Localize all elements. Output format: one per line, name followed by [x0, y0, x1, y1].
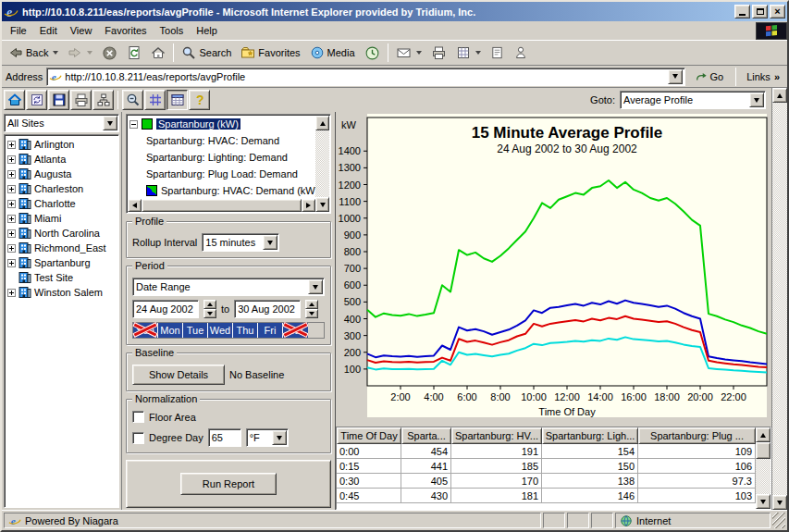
menu-favorites[interactable]: Favorites	[98, 23, 153, 38]
end-date-input[interactable]: 30 Aug 2002	[234, 300, 301, 318]
history-button[interactable]	[360, 42, 385, 64]
period-type-select[interactable]: Date Range	[132, 278, 325, 296]
tree-item-atlanta[interactable]: Atlanta	[5, 152, 118, 167]
tree-expander-icon[interactable]	[7, 259, 16, 267]
favorites-button[interactable]: Favorites	[236, 42, 304, 64]
day-toggle-sun[interactable]: Sun	[133, 323, 158, 338]
menu-file[interactable]: File	[4, 23, 33, 38]
day-toggle-tue[interactable]: Tue	[183, 323, 208, 338]
start-date-spinner[interactable]	[203, 300, 216, 318]
resize-grip[interactable]	[772, 513, 785, 528]
table-row[interactable]: 0:3040517013897.3	[337, 474, 756, 489]
series-list-vscrollbar[interactable]	[315, 116, 329, 212]
series-list-item[interactable]: Spartanburg: Lighting: Demand	[128, 149, 315, 166]
help-button[interactable]: ?	[189, 90, 210, 110]
degree-day-value-input[interactable]: 65	[208, 428, 241, 447]
zoom-out-button[interactable]	[122, 90, 143, 110]
stop-button[interactable]	[97, 42, 122, 64]
address-input[interactable]: e http://10.10.8.211/eas/reports/avgProf…	[46, 68, 684, 86]
day-toggle-mon[interactable]: Mon	[158, 323, 183, 338]
app-home-button[interactable]	[4, 90, 25, 110]
refresh-button[interactable]	[122, 42, 146, 64]
grid-toggle-button[interactable]	[144, 90, 166, 110]
back-dropdown-caret[interactable]	[53, 51, 58, 55]
series-list-item[interactable]: Spartanburg: HVAC: Demand (kW)	[128, 182, 315, 199]
site-tree-button[interactable]	[92, 90, 114, 110]
day-toggle-wed[interactable]: Wed	[208, 323, 233, 338]
tree-expander-icon[interactable]	[7, 200, 16, 208]
mail-dropdown-caret[interactable]	[416, 51, 422, 55]
edit-dropdown-caret[interactable]	[475, 51, 481, 55]
period-type-dropdown-button[interactable]	[308, 279, 323, 294]
go-button[interactable]: Go	[689, 67, 730, 87]
menu-help[interactable]: Help	[190, 23, 224, 38]
day-toggle-sat[interactable]: Sat	[283, 323, 308, 338]
rollup-interval-select[interactable]: 15 minutes	[202, 233, 279, 252]
mail-button[interactable]	[391, 42, 426, 64]
table-column-header[interactable]: Sparta...	[401, 427, 451, 444]
floor-area-checkbox[interactable]	[132, 411, 144, 423]
app-save-button[interactable]	[48, 90, 69, 110]
degree-unit-select[interactable]: °F	[246, 428, 289, 447]
start-date-input[interactable]: 24 Aug 2002	[132, 300, 199, 318]
table-row[interactable]: 0:45430181146103	[337, 489, 756, 503]
tree-item-richmond-east[interactable]: Richmond_East	[5, 241, 118, 255]
page-vscrollbar[interactable]	[771, 88, 787, 510]
discuss-button[interactable]	[486, 42, 509, 64]
tree-expander-icon[interactable]	[7, 215, 16, 223]
maximize-button[interactable]	[752, 5, 768, 19]
minimize-button[interactable]	[734, 5, 750, 19]
day-toggle-thu[interactable]: Thu	[233, 323, 258, 338]
degree-day-checkbox[interactable]	[132, 432, 144, 444]
tree-expander-icon[interactable]	[7, 289, 16, 297]
table-row[interactable]: 0:00454191154109	[337, 444, 756, 459]
tree-expander-icon[interactable]	[7, 170, 16, 179]
series-list-item[interactable]: Spartanburg (kW)	[128, 116, 315, 132]
series-list-hscrollbar[interactable]	[128, 199, 315, 212]
tree-expander-icon[interactable]	[7, 141, 16, 149]
app-refresh-button[interactable]	[26, 90, 47, 110]
table-column-header[interactable]: Spartanburg: HV...	[451, 427, 542, 444]
series-list-item[interactable]: Spartanburg: HVAC: Demand	[128, 132, 315, 149]
forward-dropdown-caret[interactable]	[87, 51, 92, 55]
tree-item-test-site[interactable]: Test Site	[5, 270, 118, 285]
table-column-header[interactable]: Time Of Day	[337, 427, 401, 444]
media-button[interactable]: Media	[305, 42, 360, 64]
app-print-button[interactable]	[70, 90, 92, 110]
tree-item-charlotte[interactable]: Charlotte	[5, 196, 118, 211]
edit-button[interactable]	[451, 42, 486, 64]
show-details-button[interactable]: Show Details	[132, 365, 225, 385]
home-button[interactable]	[146, 42, 170, 64]
table-column-header[interactable]: Spartanburg: Plug ...	[638, 427, 756, 444]
site-filter-dropdown-button[interactable]	[103, 116, 117, 130]
menu-tools[interactable]: Tools	[154, 23, 191, 38]
rollup-dropdown-button[interactable]	[263, 235, 277, 250]
table-column-header[interactable]: Spartanburg: Ligh...	[542, 427, 638, 444]
forward-button[interactable]	[63, 42, 97, 64]
table-view-button[interactable]	[166, 90, 188, 110]
tree-expander-icon[interactable]	[7, 229, 16, 238]
messenger-button[interactable]	[509, 42, 533, 64]
tree-expander-icon[interactable]	[7, 185, 16, 193]
day-toggle-fri[interactable]: Fri	[258, 323, 283, 338]
tree-item-charleston[interactable]: Charleston	[5, 181, 118, 196]
search-button[interactable]: Search	[177, 42, 236, 64]
menu-edit[interactable]: Edit	[33, 23, 64, 38]
tree-item-winston-salem[interactable]: Winston Salem	[5, 285, 118, 300]
tree-expander-icon[interactable]	[7, 244, 16, 253]
series-list-item[interactable]: Spartanburg: Plug Load: Demand	[128, 166, 315, 182]
degree-unit-dropdown-button[interactable]	[272, 430, 287, 445]
tree-item-augusta[interactable]: Augusta	[5, 167, 118, 181]
close-button[interactable]: ×	[770, 5, 785, 19]
tree-expander-icon[interactable]	[7, 155, 16, 164]
run-report-button[interactable]: Run Report	[180, 473, 277, 495]
table-row[interactable]: 0:15441185150106	[337, 459, 756, 474]
goto-select[interactable]: Average Profile	[620, 91, 766, 109]
links-button[interactable]: Links »	[743, 71, 783, 82]
address-dropdown-button[interactable]	[668, 69, 683, 84]
tree-item-north-carolina[interactable]: North Carolina	[5, 226, 118, 241]
site-filter-select[interactable]: All Sites	[4, 114, 119, 132]
print-button[interactable]	[426, 42, 451, 64]
back-button[interactable]: Back	[4, 42, 63, 64]
goto-dropdown-button[interactable]	[749, 93, 764, 107]
